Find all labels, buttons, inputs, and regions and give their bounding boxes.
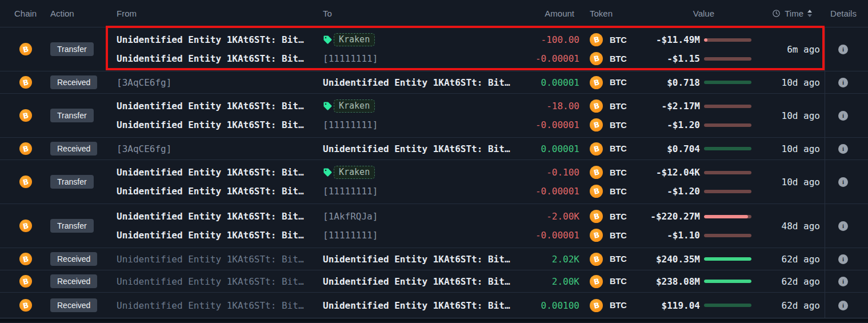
- to-line: [11111111]: [323, 229, 514, 242]
- action-button[interactable]: Received: [50, 142, 97, 155]
- token-entry: BBTC: [590, 275, 634, 288]
- token-entry: BBTC: [590, 166, 634, 179]
- bitcoin-glyph: B: [593, 102, 600, 110]
- from-entity-link[interactable]: Unidentified Entity 1KAt6STt: Bit…: [117, 167, 304, 178]
- to-entity-link[interactable]: Unidentified Entity 1KAt6STt: Bit…: [323, 77, 510, 88]
- to-cell: Kraken[11111111]: [323, 99, 514, 131]
- info-icon[interactable]: i: [838, 111, 848, 121]
- transactions-body: BTransferUnidentified Entity 1KAt6STt: B…: [0, 27, 868, 318]
- to-line: Kraken: [323, 33, 514, 46]
- value-amount: -$12.04K: [634, 167, 700, 178]
- value-amount: -$1.10: [634, 230, 700, 241]
- table-row: BReceivedUnidentified Entity 1KAt6STt: B…: [0, 270, 868, 293]
- amount-value: -0.00001: [514, 52, 579, 65]
- action-button[interactable]: Received: [50, 298, 97, 312]
- to-entity-link[interactable]: Unidentified Entity 1KAt6STt: Bit…: [323, 276, 510, 287]
- value-magnitude-bar: [704, 123, 751, 127]
- to-entity-link[interactable]: [11111111]: [323, 53, 378, 64]
- value-entry: $0.718: [634, 76, 751, 89]
- chain-cell: B: [0, 299, 50, 312]
- to-cell: Unidentified Entity 1KAt6STt: Bit…: [323, 299, 514, 312]
- info-icon[interactable]: i: [838, 277, 848, 286]
- from-entity-link[interactable]: Unidentified Entity 1KAt6STt: Bit…: [117, 101, 304, 111]
- bitcoin-chain-icon: B: [19, 220, 32, 232]
- value-entry: -$12.04K: [634, 166, 751, 179]
- action-button[interactable]: Transfer: [50, 219, 94, 233]
- token-entry: BBTC: [590, 52, 634, 65]
- column-header-time-sort[interactable]: Time: [754, 9, 825, 18]
- amount-value: 2.02K: [514, 253, 579, 266]
- sort-arrows-icon[interactable]: [807, 10, 812, 17]
- price-tag-icon: [323, 168, 333, 177]
- to-entity-link[interactable]: [11111111]: [323, 119, 378, 130]
- value-amount: -$1.20: [634, 186, 700, 197]
- from-entity-link[interactable]: Unidentified Entity 1KAt6STt: Bit…: [117, 211, 304, 222]
- column-header-details: Details: [825, 9, 868, 18]
- to-entity-link[interactable]: [1AkfRQJa]: [323, 211, 378, 222]
- to-entity-badge[interactable]: Kraken: [323, 33, 375, 46]
- to-entity-badge[interactable]: Kraken: [323, 99, 375, 113]
- value-magnitude-bar: [704, 257, 751, 261]
- from-entity-link[interactable]: Unidentified Entity 1KAt6STt: Bit…: [117, 276, 304, 287]
- from-entity-link[interactable]: Unidentified Entity 1KAt6STt: Bit…: [117, 300, 304, 311]
- value-amount: -$1.15: [634, 53, 700, 64]
- info-icon[interactable]: i: [838, 45, 848, 54]
- action-button[interactable]: Received: [50, 274, 97, 288]
- info-icon[interactable]: i: [838, 301, 848, 310]
- from-entity-link[interactable]: Unidentified Entity 1KAt6STt: Bit…: [117, 34, 304, 45]
- from-cell: Unidentified Entity 1KAt6STt: Bit…Uniden…: [117, 99, 323, 131]
- bitcoin-token-icon: B: [590, 253, 603, 266]
- bitcoin-glyph: B: [593, 187, 600, 196]
- action-button[interactable]: Received: [50, 252, 97, 266]
- action-cell: Received: [50, 298, 117, 312]
- from-cell: Unidentified Entity 1KAt6STt: Bit…Uniden…: [117, 33, 323, 65]
- value-magnitude-bar: [704, 57, 751, 61]
- action-button[interactable]: Transfer: [50, 109, 94, 122]
- info-icon[interactable]: i: [838, 254, 848, 264]
- from-line: Unidentified Entity 1KAt6STt: Bit…: [117, 52, 323, 65]
- bitcoin-glyph: B: [22, 78, 30, 87]
- value-magnitude-bar: [704, 81, 751, 84]
- bitcoin-token-icon: B: [590, 275, 603, 288]
- action-button[interactable]: Received: [50, 75, 97, 89]
- from-entity-link[interactable]: [3AqCE6fg]: [117, 143, 171, 154]
- from-entity-link[interactable]: Unidentified Entity 1KAt6STt: Bit…: [117, 254, 304, 265]
- to-entity-link[interactable]: Unidentified Entity 1KAt6STt: Bit…: [323, 254, 510, 265]
- table-row: BTransferUnidentified Entity 1KAt6STt: B…: [0, 27, 868, 71]
- info-icon[interactable]: i: [838, 78, 848, 87]
- amount-value: -100.00: [514, 33, 579, 46]
- to-entity-badge[interactable]: Kraken: [323, 166, 375, 179]
- to-entity-link[interactable]: [11111111]: [323, 186, 378, 197]
- from-entity-link[interactable]: Unidentified Entity 1KAt6STt: Bit…: [117, 230, 304, 241]
- info-icon[interactable]: i: [838, 177, 848, 187]
- info-icon[interactable]: i: [838, 221, 848, 231]
- to-line: Kraken: [323, 166, 514, 179]
- value-cell: $0.718: [634, 76, 754, 89]
- time-cell: 10d ago: [754, 143, 825, 154]
- from-entity-link[interactable]: Unidentified Entity 1KAt6STt: Bit…: [117, 186, 304, 197]
- value-entry: $0.704: [634, 142, 751, 155]
- to-entity-link[interactable]: Unidentified Entity 1KAt6STt: Bit…: [323, 143, 510, 154]
- from-line: [3AqCE6fg]: [117, 142, 323, 155]
- value-entry: -$1.10: [634, 229, 751, 242]
- from-entity-link[interactable]: Unidentified Entity 1KAt6STt: Bit…: [117, 119, 304, 130]
- amount-cell: -0.100-0.00001: [514, 166, 582, 198]
- to-entity-link[interactable]: [11111111]: [323, 230, 378, 241]
- amount-value: 0.00001: [514, 76, 579, 89]
- to-entity-link[interactable]: Unidentified Entity 1KAt6STt: Bit…: [323, 300, 510, 311]
- action-button[interactable]: Transfer: [50, 42, 94, 56]
- info-icon[interactable]: i: [838, 144, 848, 154]
- action-button[interactable]: Transfer: [50, 175, 94, 189]
- column-header-value: Value: [634, 9, 754, 18]
- value-amount: $238.08M: [634, 276, 700, 287]
- from-entity-link[interactable]: [3AqCE6fg]: [117, 77, 171, 88]
- from-entity-link[interactable]: Unidentified Entity 1KAt6STt: Bit…: [117, 53, 304, 64]
- bitcoin-glyph: B: [593, 54, 600, 63]
- chain-cell: B: [0, 176, 50, 188]
- token-symbol: BTC: [610, 102, 627, 111]
- value-magnitude-bar: [704, 190, 751, 193]
- token-symbol: BTC: [610, 144, 627, 153]
- bitcoin-glyph: B: [593, 121, 600, 129]
- from-cell: Unidentified Entity 1KAt6STt: Bit…: [117, 275, 323, 288]
- token-cell: BBTCBBTC: [582, 99, 634, 131]
